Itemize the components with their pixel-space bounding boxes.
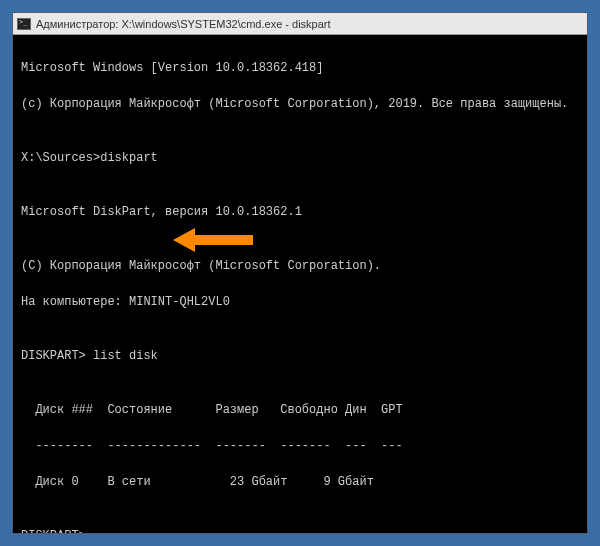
- cmd-icon: [17, 18, 31, 30]
- output-line: DISKPART> list disk: [21, 347, 579, 365]
- output-line: Microsoft DiskPart, версия 10.0.18362.1: [21, 203, 579, 221]
- title-bar[interactable]: Администратор: X:\windows\SYSTEM32\cmd.e…: [13, 13, 587, 35]
- output-line: (C) Корпорация Майкрософт (Microsoft Cor…: [21, 257, 579, 275]
- annotation-arrow-icon: [173, 225, 253, 255]
- terminal-output[interactable]: Microsoft Windows [Version 10.0.18362.41…: [13, 35, 587, 533]
- output-line: -------- ------------- ------- ------- -…: [21, 437, 579, 455]
- output-line: DISKPART>: [21, 527, 579, 533]
- output-line: Диск ### Состояние Размер Свободно Дин G…: [21, 401, 579, 419]
- output-line: (c) Корпорация Майкрософт (Microsoft Cor…: [21, 95, 579, 113]
- console-window: Администратор: X:\windows\SYSTEM32\cmd.e…: [12, 12, 588, 534]
- output-line: Microsoft Windows [Version 10.0.18362.41…: [21, 59, 579, 77]
- window-title: Администратор: X:\windows\SYSTEM32\cmd.e…: [36, 18, 331, 30]
- svg-marker-0: [173, 228, 253, 252]
- output-line: X:\Sources>diskpart: [21, 149, 579, 167]
- output-line: На компьютере: MININT-QHL2VL0: [21, 293, 579, 311]
- output-line: Диск 0 В сети 23 Gбайт 9 Gбайт: [21, 473, 579, 491]
